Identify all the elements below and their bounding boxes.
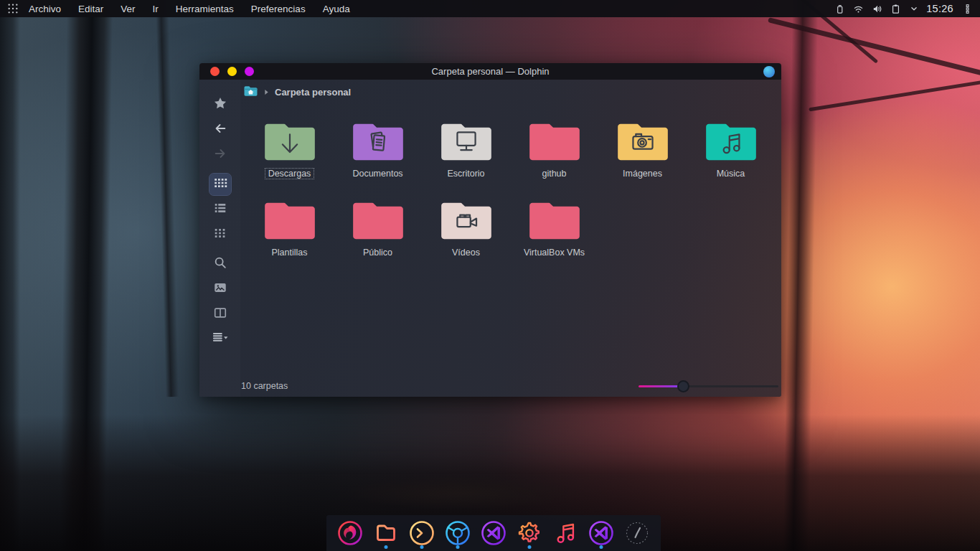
breadcrumb-path[interactable]: Carpeta personal [275,87,351,98]
folder-p-blico[interactable]: Público [334,199,422,259]
zoom-slider-knob[interactable] [677,380,689,392]
status-text: 10 carpetas [241,381,288,391]
user-badge-icon[interactable] [763,66,775,77]
menu-ir[interactable]: Ir [153,4,159,14]
folder-icon [438,199,494,245]
arrow-left-icon [213,121,227,138]
statusbar: 10 carpetas [240,375,781,397]
dock-vscode-icon[interactable] [479,517,509,550]
arrow-right-icon [213,146,227,164]
folder-icon [703,120,759,166]
titlebar[interactable]: Carpeta personal — Dolphin [199,63,781,80]
app-grid-icon[interactable] [7,3,19,14]
sidebar-split-view-button[interactable] [209,303,231,325]
folder-github[interactable]: github [510,120,598,180]
wallpaper-tree [783,0,818,551]
folder-documentos[interactable]: Documentos [334,120,422,180]
home-folder-icon[interactable] [243,85,258,100]
folder-virtualbox-vms[interactable]: VirtualBox VMs [510,199,598,259]
clock-text[interactable]: 15:26 [926,3,953,14]
sidebar-menu-button[interactable] [209,329,231,350]
running-indicator [528,545,532,549]
folder-label: github [538,168,570,179]
menu-herramientas[interactable]: Herramientas [176,4,234,14]
desktop: ArchivoEditarVerIrHerramientasPreferenci… [0,0,980,551]
folder-label: Vídeos [448,247,484,258]
sidebar-back-button[interactable] [209,119,231,141]
battery-icon[interactable] [834,4,845,14]
dock-vscode-insiders-icon[interactable] [586,517,616,550]
sidebar-search-button[interactable] [209,253,231,275]
wallpaper-branch [809,79,980,112]
wallpaper-branch [768,17,980,80]
sidebar-bookmarks-button[interactable] [209,94,231,116]
folder-label: Imágenes [619,168,666,179]
folder-escritorio[interactable]: Escritorio [422,120,510,180]
overflow-icon[interactable] [962,4,973,14]
maximize-button[interactable] [245,67,254,76]
folder-label: Documentos [349,168,406,179]
wifi-icon[interactable] [853,4,864,14]
sidebar-preview-button[interactable] [209,278,231,300]
menu-archivo[interactable]: Archivo [29,4,61,14]
dock-settings-icon[interactable] [514,517,545,550]
search-icon [213,255,227,273]
sidebar-details-view-button[interactable] [209,199,231,220]
folder-m-sica[interactable]: Música [687,120,775,180]
menu-editar[interactable]: Editar [78,4,103,14]
clipboard-icon[interactable] [890,4,901,14]
toolbar-sidebar [199,80,240,397]
zoom-slider[interactable] [639,380,778,392]
folder-label: Música [713,168,749,179]
icons-view-icon [213,176,227,193]
wallpaper-log [344,476,581,509]
sidebar-compact-view-button[interactable] [209,224,231,245]
dock-firefox-icon[interactable] [335,517,365,550]
zoom-slider-fill [639,385,683,387]
chevron-down-icon[interactable] [909,4,919,14]
folder-icon [262,120,318,166]
folder-icon [350,199,406,245]
minimize-button[interactable] [227,67,237,76]
dock-chrome-icon[interactable] [443,517,473,550]
sidebar-forward-button[interactable] [209,144,231,166]
preview-icon [213,281,227,298]
dock-clock-icon[interactable] [622,517,652,550]
dock [326,515,661,551]
running-indicator [385,545,388,549]
compact-view-icon [213,226,227,243]
system-tray [834,4,919,14]
dock-file-manager-icon[interactable] [371,517,401,550]
folder-plantillas[interactable]: Plantillas [245,199,334,259]
dock-terminal-icon[interactable] [407,517,437,550]
window-title: Carpeta personal — Dolphin [199,66,781,77]
folder-descargas[interactable]: Descargas [245,120,334,180]
split-view-icon [213,306,227,323]
folder-icon [527,199,583,245]
running-indicator [420,545,424,549]
folder-label: Público [359,247,396,258]
folder-icon [438,120,494,166]
menu-ayuda[interactable]: Ayuda [323,4,350,14]
wallpaper-tree [0,0,20,551]
main-view: Carpeta personal DescargasDocumentosEscr… [240,80,781,397]
folder-grid: DescargasDocumentosEscritoriogithubImáge… [240,104,781,375]
volume-icon[interactable] [872,4,882,14]
details-view-icon [213,201,227,218]
menu-icon [212,331,229,348]
folder-v-deos[interactable]: Vídeos [422,199,510,259]
breadcrumb[interactable]: Carpeta personal [240,80,781,104]
folder-icon [615,120,671,166]
menu-preferencias[interactable]: Preferencias [251,4,306,14]
dock-music-icon[interactable] [550,517,580,550]
menu-ver[interactable]: Ver [121,4,135,14]
sidebar-icons-view-button[interactable] [209,174,231,195]
dolphin-window: Carpeta personal — Dolphin Carpeta perso… [199,63,781,397]
close-button[interactable] [210,67,220,76]
window-body: Carpeta personal DescargasDocumentosEscr… [199,80,781,397]
folder-label: Escritorio [443,168,488,179]
zoom-slider-track[interactable] [639,385,778,387]
folder-label: Descargas [265,168,315,179]
folder-im-genes[interactable]: Imágenes [598,120,687,180]
running-indicator [456,545,460,549]
